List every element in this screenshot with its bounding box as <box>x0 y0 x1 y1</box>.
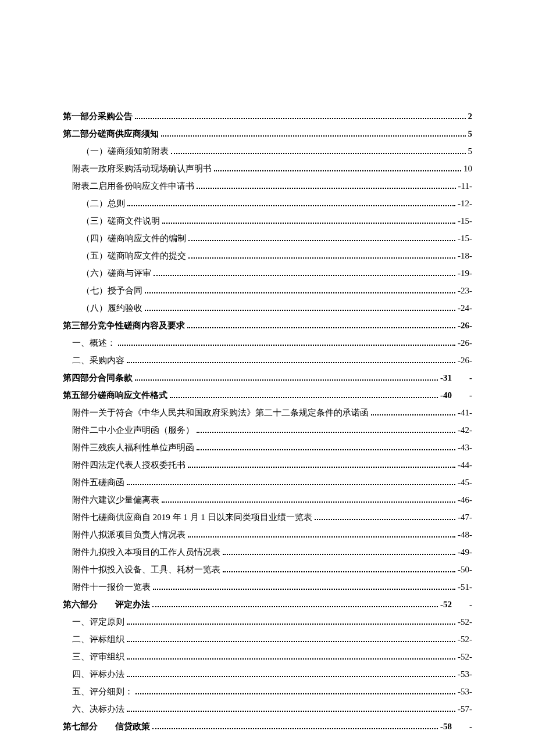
toc-leader-dots <box>197 432 455 433</box>
toc-label: 附件九拟投入本项目的工作人员情况表 <box>72 545 220 559</box>
toc-page-number: -52- <box>458 632 472 646</box>
toc-entry: 五、评分细则：-53- <box>72 685 472 698</box>
toc-label: 二、采购内容 <box>72 353 124 367</box>
toc-leader-dots <box>135 118 466 119</box>
toc-label: 附件十拟投入设备、工具、耗材一览表 <box>72 562 220 576</box>
toc-label: 附件四法定代表人授权委托书 <box>72 458 186 472</box>
toc-leader-dots <box>170 397 438 398</box>
toc-label: 四、评标办法 <box>72 667 124 681</box>
toc-page-number: 5 <box>468 144 473 158</box>
toc-leader-dots <box>223 571 455 572</box>
toc-page-number: -49- <box>458 545 472 559</box>
toc-leader-dots <box>153 589 455 590</box>
toc-leader-dots <box>127 658 455 660</box>
toc-page-number: -12- <box>458 196 472 210</box>
toc-label: （八）履约验收 <box>81 301 142 315</box>
toc-label: 附件六建议少量偏离表 <box>72 493 159 507</box>
toc-page-number: -47- <box>458 510 472 524</box>
toc-label: 三、评审组织 <box>72 650 124 664</box>
toc-entry: 附件九拟投入本项目的工作人员情况表-49- <box>72 545 472 559</box>
toc-page-number: -26- <box>458 336 472 350</box>
toc-entry: 第五部分磋商响应文件格式-40 - <box>63 388 472 402</box>
toc-page-number: -44- <box>458 458 472 472</box>
toc-leader-dots <box>162 223 455 224</box>
toc-page-number: -58 - <box>440 719 472 733</box>
toc-entry: 附件二中小企业声明函（服务）-42- <box>72 423 472 437</box>
toc-page-number: -48- <box>458 528 472 542</box>
toc-entry: 附表一政府采购活动现场确认声明书10 <box>72 162 472 175</box>
toc-label: （六）磋商与评审 <box>81 266 151 280</box>
toc-leader-dots <box>171 153 466 154</box>
toc-entry: 第六部分 评定办法-52 - <box>63 597 472 611</box>
toc-label: 第四部分合同条款 <box>63 371 133 385</box>
toc-entry: 六、决标办法-57- <box>72 702 472 716</box>
toc-page-number: -15- <box>458 214 472 228</box>
toc-entry: （六）磋商与评审-19- <box>81 266 472 280</box>
toc-label: 二、评标组织 <box>72 632 124 646</box>
toc-leader-dots <box>315 519 456 520</box>
toc-page-number: 10 <box>463 162 472 175</box>
toc-entry: （四）磋商响应文件的编制-15- <box>81 231 472 245</box>
toc-page-number: -15- <box>458 231 472 245</box>
toc-label: 一、概述： <box>72 336 116 350</box>
table-of-contents: 第一部分采购公告2第二部分磋商供应商须知5（一）磋商须知前附表5附表一政府采购活… <box>63 109 472 733</box>
toc-leader-dots <box>223 554 455 555</box>
toc-label: 第三部分竞争性磋商内容及要求 <box>63 318 185 332</box>
toc-entry: 三、评审组织-52- <box>72 650 472 664</box>
toc-label: 附表一政府采购活动现场确认声明书 <box>72 162 212 175</box>
toc-page-number: -43- <box>458 440 472 454</box>
toc-label: 附件三残疾人福利性单位声明函 <box>72 440 194 454</box>
toc-entry: 附件十一报价一览表-51- <box>72 580 472 594</box>
toc-label: （二）总则 <box>81 196 125 210</box>
toc-leader-dots <box>214 170 461 171</box>
toc-entry: 四、评标办法-53- <box>72 667 472 681</box>
toc-leader-dots <box>162 501 455 503</box>
toc-entry: （二）总则-12- <box>81 196 472 210</box>
toc-page-number: -57- <box>458 702 472 716</box>
toc-page-number: -52 - <box>440 597 472 611</box>
toc-entry: 附件七磋商供应商自 2019 年 1 月 1 日以来同类项目业绩一览表-47- <box>72 510 472 524</box>
toc-entry: （一）磋商须知前附表5 <box>81 144 472 158</box>
toc-leader-dots <box>197 188 456 189</box>
toc-page-number: -51- <box>458 580 472 594</box>
toc-entry: （七）授予合同-23- <box>81 284 472 298</box>
toc-entry: （五）磋商响应文件的提交-18- <box>81 249 472 263</box>
toc-leader-dots <box>127 205 455 206</box>
toc-leader-dots <box>161 135 466 137</box>
toc-leader-dots <box>188 240 455 241</box>
toc-entry: 附件四法定代表人授权委托书-44- <box>72 458 472 472</box>
toc-page-number: -26- <box>458 353 472 367</box>
toc-page-number: -31 - <box>440 371 472 385</box>
toc-label: （四）磋商响应文件的编制 <box>81 231 186 245</box>
toc-leader-dots <box>188 467 455 468</box>
toc-label: （一）磋商须知前附表 <box>81 144 169 158</box>
toc-entry: 附件六建议少量偏离表-46- <box>72 493 472 507</box>
toc-entry: 二、评标组织-52- <box>72 632 472 646</box>
toc-label: 附件十一报价一览表 <box>72 580 151 594</box>
toc-page-number: -52- <box>458 615 472 629</box>
toc-leader-dots <box>127 711 455 712</box>
toc-entry: 附件十拟投入设备、工具、耗材一览表-50- <box>72 562 472 576</box>
toc-label: 附件七磋商供应商自 2019 年 1 月 1 日以来同类项目业绩一览表 <box>72 510 312 524</box>
toc-entry: 附件一关于符合《中华人民共和国政府采购法》第二十二条规定条件的承诺函-41- <box>72 406 472 420</box>
toc-entry: 附件三残疾人福利性单位声明函-43- <box>72 440 472 454</box>
toc-leader-dots <box>371 414 455 415</box>
toc-leader-dots <box>188 257 455 259</box>
toc-entry: （八）履约验收-24- <box>81 301 472 315</box>
toc-page-number: -50- <box>458 562 472 576</box>
toc-leader-dots <box>135 379 438 381</box>
toc-leader-dots <box>145 292 455 293</box>
toc-leader-dots <box>127 624 455 625</box>
toc-page-number: -40 - <box>440 388 472 402</box>
toc-page-number: -23- <box>458 284 472 298</box>
toc-label: 第六部分 评定办法 <box>63 597 150 611</box>
toc-page-number: -53- <box>458 667 472 681</box>
toc-entry: 附件八拟派项目负责人情况表-48- <box>72 528 472 542</box>
toc-leader-dots <box>152 606 438 607</box>
toc-entry: 第二部分磋商供应商须知5 <box>63 127 472 141</box>
toc-page-number: -42- <box>458 423 472 437</box>
toc-entry: 一、概述：-26- <box>72 336 472 350</box>
toc-page-number: -19- <box>458 266 472 280</box>
toc-label: 第二部分磋商供应商须知 <box>63 127 159 141</box>
toc-leader-dots <box>145 310 455 311</box>
